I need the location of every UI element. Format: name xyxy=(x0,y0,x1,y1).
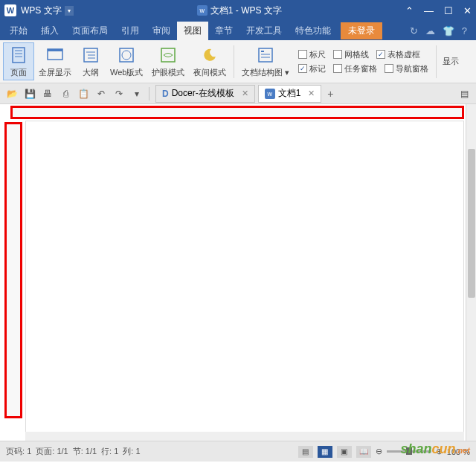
view-fullscreen-button[interactable]: 全屏显示 xyxy=(34,43,76,80)
doc-icon: w xyxy=(197,5,208,16)
menu-review[interactable]: 审阅 xyxy=(146,22,177,40)
view-mode-web-icon[interactable]: ▣ xyxy=(337,446,352,458)
zoom-slider-thumb[interactable] xyxy=(406,447,412,455)
zoom-out-icon[interactable]: ⊖ xyxy=(376,447,382,456)
svg-rect-5 xyxy=(48,49,62,51)
view-mode-read-icon[interactable]: 📖 xyxy=(356,446,371,458)
view-web-button[interactable]: Web版式 xyxy=(106,43,147,80)
menu-features[interactable]: 特色功能 xyxy=(289,22,338,40)
scrollbar-thumb[interactable] xyxy=(468,149,475,298)
view-page-button[interactable]: 页面 xyxy=(3,42,34,80)
app-logo-icon: W xyxy=(4,4,16,16)
ribbon-separator xyxy=(234,45,234,78)
view-eyecare-button[interactable]: 护眼模式 xyxy=(147,43,189,80)
view-mode-outline-icon[interactable]: ▤ xyxy=(298,446,313,458)
refresh-icon[interactable]: ↻ xyxy=(410,25,418,36)
close-icon[interactable]: ✕ xyxy=(463,5,472,16)
status-col: 列: 1 xyxy=(123,446,140,457)
menubar: 开始 插入 页面布局 引用 审阅 视图 章节 开发工具 特色功能 未登录 ↻ ☁… xyxy=(0,21,476,40)
login-button[interactable]: 未登录 xyxy=(341,22,382,39)
checkbox-task-pane[interactable]: 任务窗格 xyxy=(333,63,377,74)
status-section: 节: 1/1 xyxy=(73,446,97,457)
minimize-icon[interactable]: — xyxy=(424,5,434,16)
titlebar: W WPS 文字 ▾ w 文档1 - WPS 文字 ⌃ — ☐ ✕ xyxy=(0,0,476,21)
open-icon[interactable]: 📂 xyxy=(4,86,19,101)
app-name: WPS 文字 xyxy=(21,4,62,17)
skin-icon[interactable]: 👕 xyxy=(443,25,454,36)
outline-icon xyxy=(80,45,101,66)
checkbox-nav-pane[interactable]: 导航窗格 xyxy=(385,63,428,74)
zoom-in-icon[interactable]: ⊕ xyxy=(436,447,443,456)
svg-rect-13 xyxy=(259,48,272,62)
page-view-icon xyxy=(8,45,29,66)
qb-dropdown-icon[interactable]: ▾ xyxy=(129,86,144,101)
checkbox-markup[interactable]: ✓标记 xyxy=(298,63,326,74)
horizontal-ruler-highlight xyxy=(10,106,464,119)
ribbon-collapse-icon[interactable]: ⌃ xyxy=(405,5,414,16)
web-layout-icon xyxy=(116,45,137,66)
docer-icon: D xyxy=(162,89,169,99)
eyecare-icon xyxy=(158,45,178,66)
redo-icon[interactable]: ↷ xyxy=(112,86,126,101)
print-icon[interactable]: 🖶 xyxy=(40,86,55,101)
structure-icon xyxy=(255,45,276,66)
view-outline-button[interactable]: 大纲 xyxy=(76,43,106,80)
zoom-slider[interactable] xyxy=(387,450,431,453)
checkbox-table-dashed[interactable]: ✓表格虚框 xyxy=(376,49,420,60)
show-group-label: 显示 xyxy=(440,56,462,67)
doc-icon: w xyxy=(265,89,275,99)
statusbar: 页码: 1 页面: 1/1 节: 1/1 行: 1 列: 1 ▤ ▦ ▣ 📖 ⊖… xyxy=(0,441,476,462)
zoom-value[interactable]: 100 % xyxy=(447,447,470,456)
menu-insert[interactable]: 插入 xyxy=(34,22,65,40)
fullscreen-icon xyxy=(45,45,65,66)
svg-rect-0 xyxy=(13,48,25,63)
menu-start[interactable]: 开始 xyxy=(3,22,34,40)
tab-close-icon[interactable]: ✕ xyxy=(308,89,315,98)
tab-doc1[interactable]: w 文档1 ✕ xyxy=(258,85,322,103)
vertical-ruler-highlight xyxy=(4,122,22,418)
help-icon[interactable]: ? xyxy=(462,25,467,36)
tab-docer[interactable]: D Docer-在线模板 ✕ xyxy=(155,85,255,103)
tab-list-icon[interactable]: ▤ xyxy=(457,86,472,101)
window-title: w 文档1 - WPS 文字 xyxy=(74,4,405,17)
cloud-icon[interactable]: ☁ xyxy=(425,25,435,36)
quick-access-bar: 📂 💾 🖶 ⎙ 📋 ↶ ↷ ▾ D Docer-在线模板 ✕ w 文档1 ✕ +… xyxy=(0,83,476,104)
save-icon[interactable]: 💾 xyxy=(22,86,37,101)
view-checkboxes: 标尺 网格线 ✓表格虚框 ✓标记 任务窗格 导航窗格 xyxy=(294,49,433,74)
ribbon-separator xyxy=(436,45,437,78)
document-page[interactable] xyxy=(25,121,464,436)
ribbon: 页面 全屏显示 大纲 Web版式 护眼模式 夜间模式 文档结构图 ▾ 标尺 网格… xyxy=(0,40,476,83)
workspace xyxy=(0,104,476,441)
horizontal-scrollbar[interactable] xyxy=(25,432,464,441)
status-page-number: 页码: 1 xyxy=(6,446,31,457)
undo-icon[interactable]: ↶ xyxy=(94,86,109,101)
status-page-of: 页面: 1/1 xyxy=(36,446,68,457)
doc-structure-button[interactable]: 文档结构图 ▾ xyxy=(237,43,294,80)
night-mode-icon xyxy=(199,45,220,66)
menu-sections[interactable]: 章节 xyxy=(208,22,239,40)
checkbox-gridlines[interactable]: 网格线 xyxy=(333,49,369,60)
menu-view[interactable]: 视图 xyxy=(177,22,208,40)
menu-dev-tools[interactable]: 开发工具 xyxy=(239,22,289,40)
menu-page-layout[interactable]: 页面布局 xyxy=(65,22,115,40)
qb-separator xyxy=(149,87,149,100)
menu-references[interactable]: 引用 xyxy=(115,22,146,40)
view-night-button[interactable]: 夜间模式 xyxy=(189,43,231,80)
maximize-icon[interactable]: ☐ xyxy=(444,5,453,16)
tab-add-button[interactable]: + xyxy=(321,88,339,100)
paste-icon[interactable]: 📋 xyxy=(76,86,91,101)
view-mode-page-icon[interactable]: ▦ xyxy=(318,446,332,458)
app-dropdown-icon[interactable]: ▾ xyxy=(65,6,74,16)
print-preview-icon[interactable]: ⎙ xyxy=(58,86,73,101)
tab-close-icon[interactable]: ✕ xyxy=(242,89,248,98)
status-line: 行: 1 xyxy=(101,446,118,457)
svg-point-11 xyxy=(122,51,131,60)
vertical-scrollbar[interactable] xyxy=(466,104,476,441)
checkbox-ruler[interactable]: 标尺 xyxy=(298,49,326,60)
